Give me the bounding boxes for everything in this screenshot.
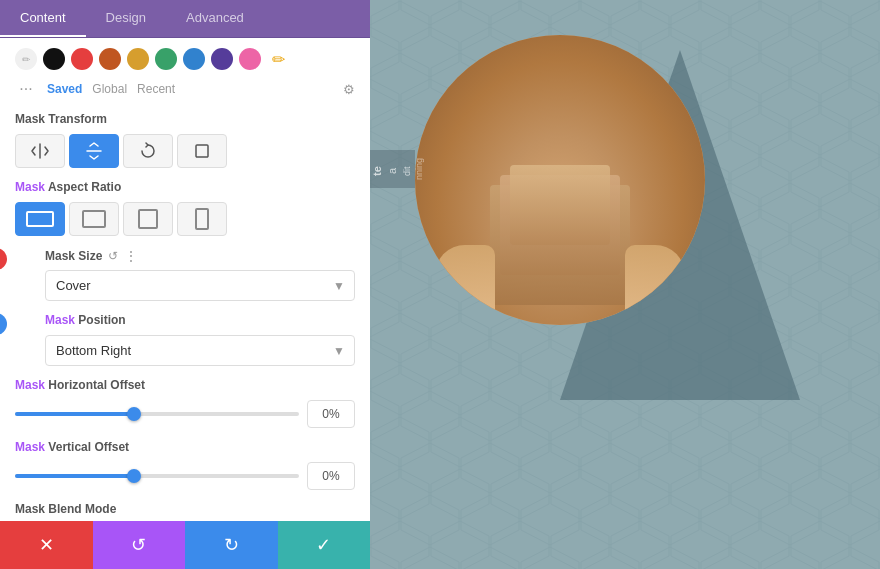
mask-transform-buttons bbox=[15, 134, 355, 168]
aspect-ratio-med-btn[interactable] bbox=[69, 202, 119, 236]
mask-horizontal-offset-thumb[interactable] bbox=[127, 407, 141, 421]
mask-vertical-offset-track[interactable] bbox=[15, 474, 299, 478]
green-swatch[interactable] bbox=[155, 48, 177, 70]
pink-swatch[interactable] bbox=[239, 48, 261, 70]
step-1-badge: 1 bbox=[0, 248, 7, 270]
cancel-button[interactable]: ✕ bbox=[0, 521, 93, 569]
yellow-swatch[interactable] bbox=[127, 48, 149, 70]
mask-blend-mode-label: Mask Blend Mode bbox=[15, 502, 355, 516]
left-panel: Content Design Advanced ✏ ✏ ··· Saved Gl… bbox=[0, 0, 370, 569]
saved-tab-recent[interactable]: Recent bbox=[137, 82, 175, 96]
reset-transform-btn[interactable] bbox=[177, 134, 227, 168]
mask-position-label: Mask Position bbox=[45, 313, 355, 327]
mask-vertical-offset-section: Mask Vertical Offset 0% bbox=[15, 440, 355, 490]
aspect-ratio-tall-btn[interactable] bbox=[177, 202, 227, 236]
mask-vertical-offset-label: Mask Vertical Offset bbox=[15, 440, 355, 454]
mask-horizontal-offset-section: Mask Horizontal Offset 0% bbox=[15, 378, 355, 428]
mask-transform-label: Mask Transform bbox=[15, 112, 355, 126]
saved-tab-saved[interactable]: Saved bbox=[47, 82, 82, 96]
undo-button[interactable]: ↺ bbox=[93, 521, 186, 569]
panel-content: ✏ ✏ ··· Saved Global Recent ⚙ Mask Trans… bbox=[0, 38, 370, 521]
saved-tab-global[interactable]: Global bbox=[92, 82, 127, 96]
black-swatch[interactable] bbox=[43, 48, 65, 70]
mask-position-section: 2 Mask Position Top Left Top Center Top … bbox=[15, 313, 355, 366]
mask-size-label: Mask Size bbox=[45, 249, 102, 263]
left-text-strip: te a dit nning bbox=[370, 150, 415, 188]
mask-position-select-wrap: Top Left Top Center Top Right Center Lef… bbox=[45, 335, 355, 366]
mask-horizontal-offset-track[interactable] bbox=[15, 412, 299, 416]
mask-vertical-offset-value: 0% bbox=[307, 462, 355, 490]
flip-v-btn[interactable] bbox=[69, 134, 119, 168]
color-row: ✏ ✏ bbox=[15, 48, 355, 70]
mask-aspect-ratio-label: Mask Aspect Ratio bbox=[15, 180, 355, 194]
mask-size-header: Mask Size ↺ ⋮ bbox=[45, 248, 355, 264]
mask-vertical-offset-slider-row: 0% bbox=[15, 462, 355, 490]
step-2-badge: 2 bbox=[0, 313, 7, 335]
circle-image bbox=[415, 35, 705, 325]
preview-area: te a dit nning bbox=[370, 0, 880, 569]
bottom-toolbar: ✕ ↺ ↻ ✓ bbox=[0, 521, 370, 569]
dark-purple-swatch[interactable] bbox=[211, 48, 233, 70]
mask-aspect-ratio-buttons bbox=[15, 202, 355, 236]
rotate-btn[interactable] bbox=[123, 134, 173, 168]
svg-rect-0 bbox=[196, 145, 208, 157]
more-dots[interactable]: ··· bbox=[15, 78, 37, 100]
mask-size-reset-icon[interactable]: ↺ bbox=[108, 249, 118, 263]
aspect-ratio-square-btn[interactable] bbox=[123, 202, 173, 236]
redo-button[interactable]: ↻ bbox=[185, 521, 278, 569]
mask-size-section: 1 Mask Size ↺ ⋮ Cover Contain Auto 100% … bbox=[15, 248, 355, 301]
eraser-swatch[interactable]: ✏ bbox=[15, 48, 37, 70]
tab-content[interactable]: Content bbox=[0, 0, 86, 37]
mask-horizontal-offset-label: Mask Horizontal Offset bbox=[15, 378, 355, 392]
aspect-ratio-wide-btn[interactable] bbox=[15, 202, 65, 236]
tab-bar: Content Design Advanced bbox=[0, 0, 370, 38]
mask-horizontal-offset-value: 0% bbox=[307, 400, 355, 428]
mask-vertical-offset-thumb[interactable] bbox=[127, 469, 141, 483]
tab-advanced[interactable]: Advanced bbox=[166, 0, 264, 37]
tab-design[interactable]: Design bbox=[86, 0, 166, 37]
mask-size-select[interactable]: Cover Contain Auto 100% 100% bbox=[45, 270, 355, 301]
mask-size-more-icon[interactable]: ⋮ bbox=[124, 248, 138, 264]
blue-swatch[interactable] bbox=[183, 48, 205, 70]
mask-position-select[interactable]: Top Left Top Center Top Right Center Lef… bbox=[45, 335, 355, 366]
flip-h-btn[interactable] bbox=[15, 134, 65, 168]
mask-size-select-wrap: Cover Contain Auto 100% 100% ▼ bbox=[45, 270, 355, 301]
dark-orange-swatch[interactable] bbox=[99, 48, 121, 70]
mask-horizontal-offset-slider-row: 0% bbox=[15, 400, 355, 428]
pencil-icon[interactable]: ✏ bbox=[267, 48, 289, 70]
settings-gear-icon[interactable]: ⚙ bbox=[343, 82, 355, 97]
confirm-button[interactable]: ✓ bbox=[278, 521, 371, 569]
mask-blend-mode-section: Mask Blend Mode Normal Multiply Screen O… bbox=[15, 502, 355, 521]
red-swatch[interactable] bbox=[71, 48, 93, 70]
saved-tabs-row: ··· Saved Global Recent ⚙ bbox=[15, 78, 355, 100]
